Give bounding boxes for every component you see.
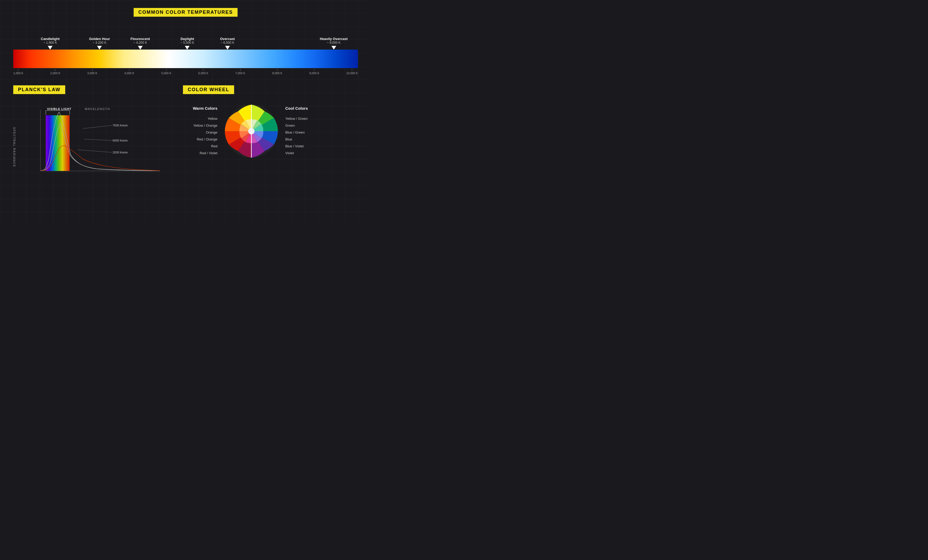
warm-label-yellow-orange: Yellow / Orange [193, 122, 217, 129]
label-flourescent-val: ~ 4,200 K [133, 41, 147, 44]
wheel-svg [222, 102, 281, 160]
cool-label-green: Green [285, 122, 295, 129]
cool-label-blue-violet: Blue / Violet [285, 143, 304, 150]
tick-3000: 3,000 K [87, 69, 97, 75]
colorwheel-title-badge: COLOR WHEEL [183, 85, 234, 94]
tick-1000: 1,000 K [13, 69, 23, 75]
plancks-section: PLANCK'S LAW SPECTRAL RADIANCE [13, 85, 167, 187]
cool-label-yellow-green: Yellow / Green [285, 115, 308, 122]
colorwheel-section: COLOR WHEEL Warm Colors Yellow Yellow / … [183, 85, 358, 187]
label-overcast-val: ~ 6,500 K [221, 41, 234, 44]
label-daylight: Daylight [180, 37, 194, 41]
tick-2000: 2,000 K [50, 69, 61, 75]
tick-4000: 4,000 K [124, 69, 134, 75]
label-candlelight-val: ~ 1,900 K [43, 41, 57, 44]
arrow-flourescent [138, 46, 143, 50]
cool-labels: Cool Colors Yellow / Green Green Blue / … [285, 106, 320, 157]
cool-header: Cool Colors [285, 106, 308, 111]
chart-inner: 7500 Kelvin 6000 Kelvin 3200 Kelvin VISI… [28, 107, 164, 179]
label-heavily-val: ~ 9,000 K [327, 41, 341, 44]
tick-6000: 6,000 K [198, 69, 208, 75]
label-daylight-val: ~ 5,500 K [180, 41, 194, 44]
label-heavily: Heavily Overcast [320, 37, 348, 41]
arrow-candlelight [48, 46, 52, 50]
label-candlelight: Candlelight [41, 37, 60, 41]
label-golden: Golden Hour [89, 37, 110, 41]
warm-label-orange: Orange [206, 129, 217, 136]
plancks-title-badge: PLANCK'S LAW [13, 85, 65, 94]
color-bar-container [13, 50, 358, 68]
label-overcast: Overcast [220, 37, 235, 41]
warm-label-yellow: Yellow [208, 115, 217, 122]
page-wrapper: COMMON COLOR TEMPERATURES Candlelight ~ … [0, 0, 371, 195]
svg-text:6000 Kelvin: 6000 Kelvin [113, 139, 128, 142]
warm-label-red-orange: Red / Orange [197, 136, 217, 143]
y-axis-label: SPECTRAL RADIANCE [13, 113, 16, 181]
colorwheel-layout: Warm Colors Yellow Yellow / Orange Orang… [183, 102, 358, 160]
label-golden-val: ~ 3,200 K [93, 41, 107, 44]
cool-label-blue: Blue [285, 136, 292, 143]
cool-label-blue-green: Blue / Green [285, 129, 305, 136]
tick-9000: 9,000 K [309, 69, 319, 75]
svg-text:3200 Kelvin: 3200 Kelvin [113, 151, 128, 154]
temp-title-badge: COMMON COLOR TEMPERATURES [134, 8, 238, 17]
svg-text:VISIBLE LIGHT: VISIBLE LIGHT [47, 107, 72, 111]
planck-svg: 7500 Kelvin 6000 Kelvin 3200 Kelvin VISI… [28, 107, 164, 179]
planck-chart-area: SPECTRAL RADIANCE [13, 107, 167, 187]
svg-text:7500 Kelvin: 7500 Kelvin [113, 124, 128, 127]
temp-label-row: Candlelight ~ 1,900 K Golden Hour ~ 3,20… [13, 31, 358, 50]
svg-line-5 [84, 139, 112, 140]
svg-line-3 [83, 125, 112, 129]
temp-title: COMMON COLOR TEMPERATURES [13, 8, 358, 24]
tick-10000: 10,000 K [346, 69, 358, 75]
label-flourescent: Flourescent [130, 37, 150, 41]
temperature-section: COMMON COLOR TEMPERATURES Candlelight ~ … [13, 8, 358, 75]
warm-header: Warm Colors [193, 106, 217, 111]
arrow-golden [97, 46, 102, 50]
warm-labels: Warm Colors Yellow Yellow / Orange Orang… [183, 106, 217, 157]
cool-header-group: Cool Colors [285, 106, 308, 113]
bottom-section: PLANCK'S LAW SPECTRAL RADIANCE [13, 85, 358, 187]
tick-8000: 8,000 K [272, 69, 282, 75]
arrow-heavily [331, 46, 336, 50]
svg-line-7 [78, 150, 112, 152]
wheel-wrapper [222, 102, 281, 160]
warm-label-red: Red [211, 143, 217, 150]
cool-label-violet: Violet [285, 150, 294, 157]
arrow-daylight [185, 46, 189, 50]
tick-5000: 5,000 K [161, 69, 171, 75]
tick-row: 1,000 K 2,000 K 3,000 K 4,000 K 5,000 K … [13, 68, 358, 75]
warm-label-red-violet: Red / Violet [200, 150, 217, 157]
arrow-overcast [225, 46, 230, 50]
color-bar [13, 50, 358, 68]
tick-7000: 7,000 K [235, 69, 245, 75]
warm-header-group: Warm Colors [193, 106, 217, 113]
